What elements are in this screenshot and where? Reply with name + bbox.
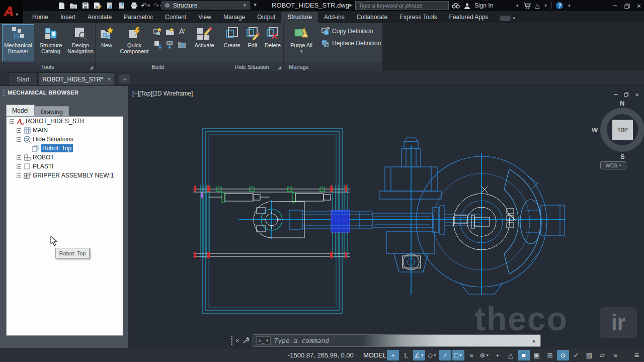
mechanical-browser-button[interactable]: MechanicalBrowser bbox=[2, 24, 34, 61]
expand-icon[interactable]: + bbox=[17, 173, 21, 178]
viewport-minimize-icon[interactable]: − bbox=[613, 90, 618, 99]
ribbon-tab-view[interactable]: View bbox=[192, 12, 217, 23]
structure-catalog-button[interactable]: StructureCatalog bbox=[36, 24, 65, 61]
status-toggle-lock-ui[interactable]: ⊞ bbox=[544, 350, 556, 360]
expand-icon[interactable]: + bbox=[17, 155, 21, 160]
customization-menu-icon[interactable]: ≡ bbox=[634, 351, 639, 360]
ribbon-tab-add-ins[interactable]: Add-ins bbox=[318, 12, 351, 23]
status-toggle-isometric-drafting[interactable]: ◇▼ bbox=[426, 350, 438, 360]
tree-item-gripper-assembly-new-1[interactable]: +GRIPPER ASSEMBLY NEW:1 bbox=[7, 171, 123, 180]
viewport-restore-icon[interactable] bbox=[624, 92, 629, 97]
tree-item-robot-hides-str[interactable]: −AMROBOT_HIDES_STR bbox=[7, 117, 123, 126]
ribbon-tab-output[interactable]: Output bbox=[251, 12, 281, 23]
ribbon-tab-parametric[interactable]: Parametric bbox=[118, 12, 159, 23]
close-button[interactable]: × bbox=[637, 2, 641, 10]
open-folder-icon[interactable] bbox=[68, 1, 78, 10]
status-toggle-annotation-scale[interactable]: △ bbox=[505, 350, 517, 360]
ribbon-tab-content[interactable]: Content bbox=[159, 12, 192, 23]
chevron-down-icon[interactable]: ▼ bbox=[421, 353, 424, 357]
new-tab-button[interactable]: + bbox=[119, 74, 130, 83]
command-input[interactable] bbox=[274, 337, 528, 344]
ribbon-tab-manage[interactable]: Manage bbox=[217, 12, 251, 23]
a360-chevron-icon[interactable]: ▼ bbox=[544, 4, 548, 8]
close-tab-icon[interactable]: × bbox=[108, 76, 111, 83]
drawing-viewport[interactable]: theco ir bbox=[128, 86, 644, 348]
tree-item-hide-situations[interactable]: −Hide Situations bbox=[7, 135, 123, 144]
ribbon-overflow-button[interactable]: ▼ bbox=[500, 16, 516, 21]
expand-icon[interactable]: + bbox=[17, 164, 21, 169]
panel-launcher-icon[interactable]: ◢ bbox=[90, 65, 93, 70]
insert-component-icon[interactable] bbox=[152, 38, 164, 51]
ribbon-tab-home[interactable]: Home bbox=[26, 12, 54, 23]
purge-all-button[interactable]: Purge All ▼ bbox=[287, 24, 316, 61]
status-toggle-layout-sheet[interactable]: ▱ bbox=[596, 350, 608, 360]
viewcube[interactable]: N W E S TOP bbox=[591, 99, 644, 161]
transfer-in-icon[interactable] bbox=[105, 1, 115, 10]
model-space-button[interactable]: MODEL bbox=[359, 350, 390, 360]
viewport-controls[interactable]: [−][Top][2D Wireframe] bbox=[132, 90, 193, 97]
status-toggle-crosshair[interactable]: + bbox=[492, 350, 504, 360]
status-toggle-graphics-performance[interactable]: ▨ bbox=[583, 350, 595, 360]
activate-button[interactable]: Activate bbox=[190, 24, 218, 61]
collapse-icon[interactable]: − bbox=[17, 137, 21, 142]
workspace-list-icon[interactable]: ▼ bbox=[253, 2, 258, 8]
ribbon-tab-annotate[interactable]: Annotate bbox=[82, 12, 118, 23]
command-history-icon[interactable]: ▲ bbox=[531, 338, 536, 343]
sign-in-chevron-icon[interactable]: ▼ bbox=[515, 4, 519, 8]
status-toggle-selection-settings[interactable]: ⊛▼ bbox=[478, 350, 491, 360]
transfer-out-icon[interactable] bbox=[117, 1, 127, 10]
minimize-button[interactable]: − bbox=[612, 2, 617, 11]
tree-item-robot-top[interactable]: Robot: Top bbox=[7, 144, 123, 153]
tab-model[interactable]: Model bbox=[6, 105, 35, 116]
viewcube-west[interactable]: W bbox=[592, 126, 598, 134]
create-hide-situation-button[interactable]: Create bbox=[221, 24, 243, 61]
tree-item-plasti[interactable]: +PLASTI bbox=[7, 162, 123, 171]
ribbon-tab-featured-apps[interactable]: Featured Apps bbox=[443, 12, 495, 23]
app-store-cart-icon[interactable] bbox=[523, 3, 531, 9]
status-toggle-object-snap-tracking[interactable]: ∕ bbox=[439, 350, 451, 360]
status-toggle-annotation-monitor[interactable]: ✓ bbox=[570, 350, 582, 360]
status-toggle-quick-properties[interactable]: ■ bbox=[518, 350, 530, 360]
copy-definition-button[interactable]: Copy Definition bbox=[321, 27, 373, 35]
close-icon[interactable]: × bbox=[235, 337, 239, 344]
panel-launcher-icon[interactable]: ◢ bbox=[278, 65, 281, 70]
tab-drawing[interactable]: Drawing bbox=[35, 106, 69, 116]
insert-catalog-icon[interactable] bbox=[164, 38, 176, 51]
sign-in-button[interactable]: Sign In bbox=[474, 2, 493, 9]
grip-handle-icon[interactable] bbox=[3, 89, 5, 96]
command-prompt-icon[interactable]: >_▼ bbox=[256, 336, 271, 345]
insert-folder-icon[interactable] bbox=[176, 38, 188, 51]
delete-hide-situation-button[interactable]: Delete bbox=[263, 24, 283, 61]
viewcube-top-face[interactable]: TOP bbox=[612, 120, 633, 140]
file-tab-start[interactable]: Start bbox=[8, 72, 38, 85]
command-input-wrap[interactable]: >_▼ ▲ bbox=[253, 334, 541, 347]
status-toggle-lineweight[interactable]: ≡ bbox=[465, 350, 477, 360]
save-as-icon[interactable] bbox=[93, 1, 103, 10]
status-toggle-ortho-mode[interactable]: L bbox=[400, 350, 412, 360]
help-icon[interactable]: ? bbox=[556, 2, 563, 9]
restore-button[interactable] bbox=[624, 4, 630, 9]
viewport-close-icon[interactable]: × bbox=[635, 91, 639, 99]
status-toggle-menu[interactable]: ≡ bbox=[609, 350, 621, 360]
design-navigation-button[interactable]: DesignNavigation bbox=[66, 24, 95, 61]
viewcube-north[interactable]: N bbox=[620, 100, 624, 107]
ribbon-tab-express-tools[interactable]: Express Tools bbox=[393, 12, 443, 23]
quick-component-button[interactable]: QuickComponent bbox=[119, 24, 150, 61]
chevron-down-icon[interactable]: ▼ bbox=[459, 353, 462, 357]
replace-definition-button[interactable]: Replace Definition bbox=[321, 39, 381, 47]
search-binoculars-icon[interactable] bbox=[452, 3, 460, 9]
new-folder-icon[interactable] bbox=[164, 25, 176, 38]
panel-header[interactable]: MECHANICAL BROWSER bbox=[0, 88, 128, 97]
status-toggle-object-lock[interactable]: ⊙ bbox=[557, 350, 569, 360]
status-toggle-polar-tracking[interactable]: ∠▼ bbox=[413, 350, 425, 360]
ribbon-tab-collaborate[interactable]: Collaborate bbox=[351, 12, 393, 23]
status-toggle-object-snap[interactable]: □▼ bbox=[452, 350, 464, 360]
help-chevron-icon[interactable]: ▼ bbox=[567, 4, 571, 8]
new-button[interactable]: New bbox=[97, 24, 117, 61]
search-expand-icon[interactable]: ▶ bbox=[349, 3, 353, 8]
chevron-down-icon[interactable]: ▼ bbox=[433, 353, 437, 357]
tree-item-robot[interactable]: +ROBOT bbox=[7, 153, 123, 162]
autodesk-360-icon[interactable]: △ bbox=[535, 2, 539, 9]
expand-icon[interactable]: + bbox=[17, 128, 21, 133]
search-input[interactable] bbox=[355, 1, 449, 10]
